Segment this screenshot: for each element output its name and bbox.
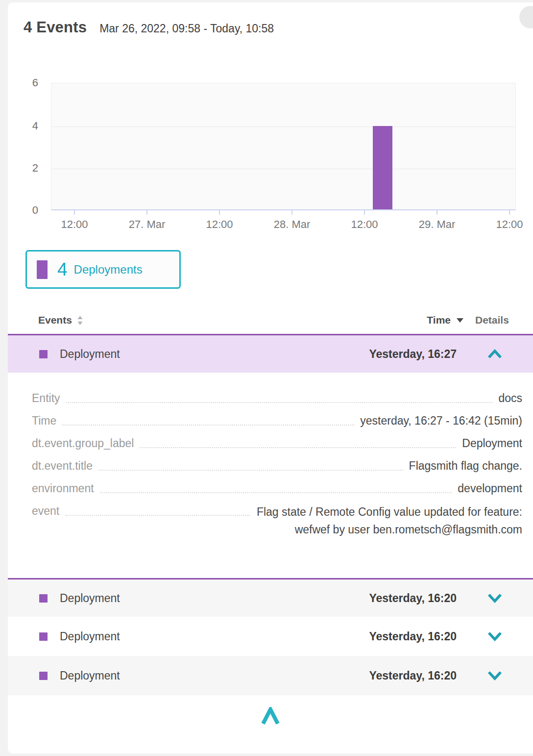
event-row-deployment[interactable]: Deployment Yesterday, 16:20 — [8, 656, 533, 695]
expand-row-button[interactable] — [457, 631, 533, 641]
x-axis-tick — [219, 210, 220, 215]
events-page: 4 Events Mar 26, 2022, 09:58 - Today, 10… — [0, 0, 533, 756]
column-header-details: Details — [475, 314, 513, 326]
y-axis-tick-label: 4 — [11, 119, 38, 133]
event-time: Yesterday, 16:20 — [369, 592, 457, 605]
x-axis-tick-label: 12:00 — [48, 218, 101, 231]
chevron-down-icon — [487, 593, 503, 603]
deployments-color-swatch — [37, 260, 48, 279]
expand-row-button[interactable] — [457, 593, 533, 603]
y-axis-tick-label: 6 — [11, 76, 38, 90]
dotted-leader — [65, 503, 249, 516]
deployments-bar[interactable] — [373, 126, 392, 209]
event-time: Yesterday, 16:27 — [369, 348, 457, 361]
events-panel: 4 Events Mar 26, 2022, 09:58 - Today, 10… — [8, 2, 533, 754]
x-axis-tick — [364, 210, 365, 215]
sort-direction-down-icon — [457, 318, 463, 323]
chevron-down-icon — [487, 631, 503, 641]
chevron-up-large-icon — [260, 707, 281, 726]
time-header-label: Time — [427, 314, 451, 326]
x-axis-tick — [291, 210, 292, 215]
gridline-2 — [51, 169, 515, 169]
legend-deployments-button[interactable]: 4 Deployments — [25, 250, 181, 289]
dotted-leader — [62, 413, 354, 426]
events-table: Events Time Details Deployment Yesterday… — [8, 306, 533, 727]
dotted-leader — [66, 390, 493, 403]
y-axis-tick-label: 2 — [11, 161, 38, 175]
deployment-square-icon — [39, 594, 48, 603]
title-row: 4 Events Mar 26, 2022, 09:58 - Today, 10… — [24, 19, 513, 36]
scroll-indicator-circle[interactable] — [519, 6, 533, 28]
detail-row-environment: environment development — [32, 480, 522, 497]
event-row-deployment[interactable]: Deployment Yesterday, 16:20 — [8, 617, 533, 656]
event-row-deployment-expanded[interactable]: Deployment Yesterday, 16:27 — [8, 335, 533, 373]
table-header: Events Time Details — [8, 306, 533, 334]
detail-value: Flagsmith flag change. — [409, 458, 522, 474]
event-type-label: Deployment — [60, 592, 120, 605]
dotted-leader — [98, 458, 403, 471]
x-axis-tick-label: 29. Mar — [410, 218, 464, 231]
detail-row-entity: Entity docs — [32, 390, 522, 406]
deployments-count: 4 — [57, 259, 68, 280]
detail-value: docs — [498, 390, 522, 406]
x-axis-tick — [509, 210, 510, 215]
chevron-down-icon — [487, 671, 503, 680]
deployment-square-icon — [39, 672, 48, 680]
detail-label: Entity — [32, 390, 60, 406]
sort-arrows-icon[interactable] — [77, 315, 83, 326]
y-axis-tick-label: 0 — [11, 203, 38, 217]
detail-row-time: Time yesterday, 16:27 - 16:42 (15min) — [32, 413, 522, 429]
deployments-label: Deployments — [74, 263, 143, 277]
event-type-label: Deployment — [60, 630, 120, 643]
detail-value: development — [458, 480, 522, 497]
x-axis-tick-label: 12:00 — [193, 218, 246, 231]
x-axis-tick — [146, 210, 147, 215]
x-axis-tick-label: 12:00 — [338, 218, 391, 231]
dotted-leader — [140, 435, 456, 448]
event-time: Yesterday, 16:20 — [369, 669, 457, 682]
x-axis-tick — [436, 210, 437, 215]
events-chart-plot[interactable] — [51, 83, 516, 210]
events-header-label: Events — [38, 314, 72, 326]
detail-label: Time — [32, 413, 56, 429]
x-axis-tick-label: 12:00 — [483, 218, 533, 231]
chevron-up-icon — [487, 349, 503, 359]
detail-value: Flag state / Remote Config value updated… — [255, 503, 522, 538]
gridline-4 — [51, 126, 515, 127]
detail-row-group-label: dt.event.group_label Deployment — [32, 435, 522, 452]
dotted-leader — [100, 480, 452, 493]
column-header-events[interactable]: Events — [38, 314, 83, 326]
detail-row-title: dt.event.title Flagsmith flag change. — [32, 458, 522, 474]
deployment-square-icon — [39, 350, 48, 358]
x-axis-tick-label: 28. Mar — [265, 218, 319, 231]
date-range-label: Mar 26, 2022, 09:58 - Today, 10:58 — [99, 22, 274, 35]
page-title: 4 Events — [24, 19, 87, 36]
detail-label: event — [32, 503, 59, 519]
event-row-deployment[interactable]: Deployment Yesterday, 16:20 — [8, 580, 533, 617]
collapse-list-button[interactable] — [260, 707, 281, 727]
x-axis-tick-label: 27. Mar — [120, 218, 174, 231]
x-axis-tick — [74, 210, 75, 215]
detail-label: dt.event.group_label — [32, 435, 134, 452]
event-type-label: Deployment — [60, 348, 120, 361]
column-header-time[interactable]: Time — [427, 314, 463, 326]
collapse-row-button[interactable] — [457, 349, 533, 359]
detail-value: yesterday, 16:27 - 16:42 (15min) — [360, 413, 522, 429]
deployment-square-icon — [39, 632, 48, 641]
event-details-section: Entity docs Time yesterday, 16:27 - 16:4… — [8, 373, 533, 578]
detail-value: Deployment — [462, 435, 522, 452]
expand-row-button[interactable] — [457, 671, 533, 680]
event-time: Yesterday, 16:20 — [369, 630, 457, 643]
detail-label: dt.event.title — [32, 458, 93, 474]
detail-row-event: event Flag state / Remote Config value u… — [32, 503, 522, 538]
event-type-label: Deployment — [60, 669, 120, 682]
detail-label: environment — [32, 480, 94, 497]
